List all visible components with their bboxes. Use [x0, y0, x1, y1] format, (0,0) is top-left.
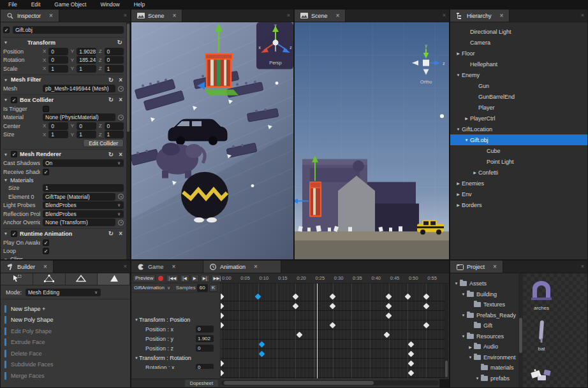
- hierarchy-item-borders[interactable]: ▶Borders: [450, 199, 587, 210]
- element0-field[interactable]: GiftTape (Material): [43, 193, 115, 201]
- expand-arrow-icon[interactable]: ▶: [455, 181, 462, 185]
- keyframe[interactable]: [292, 293, 298, 299]
- close-icon[interactable]: ×: [172, 264, 176, 270]
- expand-arrow-icon[interactable]: ▶: [471, 170, 478, 175]
- position-y-field[interactable]: 1.90281: [77, 48, 96, 55]
- hierarchy-item-gunbarrelend[interactable]: GunBarrelEnd: [450, 91, 587, 102]
- center-z-field[interactable]: 0: [105, 122, 124, 130]
- hierarchy-item-playerctrl[interactable]: ▶PlayerCtrl: [450, 113, 587, 124]
- scale-y-field[interactable]: 1: [77, 65, 96, 73]
- remove-component-icon[interactable]: ×: [117, 96, 124, 103]
- preview-button[interactable]: Preview: [133, 275, 156, 282]
- project-folder-materials[interactable]: materials: [450, 363, 518, 373]
- play-button[interactable]: ▶: [191, 275, 199, 282]
- keyframe[interactable]: [423, 303, 429, 309]
- close-icon[interactable]: ×: [336, 13, 340, 19]
- expand-arrow-icon[interactable]: ▶: [455, 192, 462, 196]
- builder-item-new-shape[interactable]: New Shape +: [4, 303, 130, 315]
- project-folder-prefabs[interactable]: ▼prefabs: [450, 373, 518, 384]
- remove-component-icon[interactable]: ×: [117, 230, 124, 237]
- close-icon[interactable]: ×: [43, 264, 47, 270]
- size-y-field[interactable]: 1: [77, 131, 96, 138]
- project-folder-prefabs-ready[interactable]: ▼Prefabs_Ready: [450, 310, 518, 321]
- position-x-field[interactable]: 0: [48, 48, 68, 55]
- keyframe[interactable]: [330, 322, 336, 328]
- add-keyframe-button[interactable]: K: [209, 284, 217, 292]
- orientation-gizmo-persp[interactable]: y x z Persp: [256, 22, 293, 69]
- anchor-override-field[interactable]: None (Transform): [43, 219, 115, 226]
- keyframe[interactable]: [423, 322, 429, 328]
- expand-arrow-icon[interactable]: ▼: [460, 292, 467, 296]
- keyframe[interactable]: [408, 370, 415, 376]
- keyframe[interactable]: [408, 350, 415, 357]
- vertex-select-tool[interactable]: [33, 273, 66, 285]
- menu-item-edit[interactable]: Edit: [24, 0, 48, 9]
- track-value-field[interactable]: 0: [196, 364, 214, 369]
- foldout-arrow-icon[interactable]: ▼: [3, 178, 8, 182]
- reset-icon[interactable]: ↻: [107, 151, 115, 158]
- expand-arrow-icon[interactable]: ▼: [467, 356, 474, 359]
- view-mode-label[interactable]: Persp: [269, 60, 282, 66]
- track-value-field[interactable]: 0: [196, 326, 214, 333]
- menu-item-file[interactable]: File: [1, 0, 24, 9]
- next-frame-button[interactable]: ▶|: [200, 275, 210, 282]
- keyframe[interactable]: [408, 360, 415, 366]
- hierarchy-item-enemy[interactable]: ▼Enemy: [450, 69, 587, 80]
- expand-arrow-icon[interactable]: ▶: [463, 116, 470, 120]
- size-x-field[interactable]: 1: [48, 131, 68, 138]
- scene-viewport-ortho[interactable]: y z Ortho: [295, 22, 449, 259]
- keyframe[interactable]: [330, 303, 336, 309]
- component-enabled-checkbox[interactable]: ✓: [11, 231, 17, 237]
- mode-dropdown[interactable]: Mesh Editing∨: [26, 289, 101, 296]
- foldout-arrow-icon[interactable]: ▼: [3, 257, 8, 260]
- menu-item-window[interactable]: Window: [93, 0, 126, 9]
- record-button[interactable]: [158, 276, 163, 281]
- close-icon[interactable]: ×: [254, 264, 258, 270]
- keyframe[interactable]: [221, 370, 224, 376]
- dock-menu-icon[interactable]: ×: [124, 12, 127, 18]
- inspector-scrollbar[interactable]: [126, 22, 130, 259]
- foldout-arrow-icon[interactable]: ▼: [134, 318, 139, 322]
- rotation-y-field[interactable]: 185.241: [77, 56, 96, 64]
- scene-viewport-persp[interactable]: y x z Persp: [131, 22, 293, 259]
- timeline-vscrollbar[interactable]: [445, 284, 448, 378]
- project-folder-building[interactable]: ▼Building: [450, 289, 518, 300]
- foldout-arrow-icon[interactable]: ▼: [3, 152, 8, 157]
- tab-inspector[interactable]: Inspector ×: [1, 10, 59, 22]
- expand-arrow-icon[interactable]: ▼: [455, 127, 462, 131]
- tab-animation[interactable]: Animation ×: [203, 261, 281, 273]
- hierarchy-item-gift-obj[interactable]: ▼Gift.obj: [450, 134, 587, 145]
- hierarchy-item-confetti[interactable]: ▶Confetti: [450, 167, 587, 178]
- menu-item-help[interactable]: Help: [127, 0, 152, 9]
- builder-item-new-poly-shape[interactable]: New Poly Shape: [4, 315, 130, 326]
- hierarchy-item-player[interactable]: Player: [450, 102, 587, 113]
- keyframe[interactable]: [296, 331, 302, 338]
- project-folder-textures[interactable]: Textures: [450, 299, 518, 310]
- hierarchy-item-enemies[interactable]: ▶Enemies: [450, 178, 587, 189]
- rotation-z-field[interactable]: 0: [105, 56, 124, 64]
- physic-material-field[interactable]: None (PhysicMaterial): [43, 113, 115, 121]
- dock-menu-icon[interactable]: ×: [124, 263, 127, 269]
- project-folder-resources[interactable]: ▼Resources: [450, 331, 518, 342]
- track-value-field[interactable]: 0: [196, 345, 214, 352]
- hierarchy-item-cube[interactable]: Cube: [450, 145, 587, 156]
- menu-item-game-object[interactable]: Game Object: [47, 0, 93, 9]
- expand-arrow-icon[interactable]: ▼: [460, 334, 467, 338]
- rotation-x-field[interactable]: 0: [48, 56, 68, 64]
- mesh-renderer-section-header[interactable]: ▼ ✓ Mesh Renderer ↻ ×: [3, 149, 124, 159]
- expand-arrow-icon[interactable]: ▼: [463, 138, 470, 142]
- dopesheet-button[interactable]: Dopesheet: [185, 380, 218, 387]
- runtime-animation-section-header[interactable]: ▼ ✓ Runtime Animation ↻ ×: [3, 228, 124, 238]
- track-value-field[interactable]: 1.902: [196, 335, 214, 342]
- keyframe[interactable]: [221, 293, 224, 299]
- tab-hierarchy[interactable]: Hierarchy ×: [450, 10, 510, 22]
- tab-project[interactable]: Project ×: [450, 261, 503, 273]
- reset-icon[interactable]: ↻: [107, 230, 115, 237]
- hierarchy-item-point-light[interactable]: Point Light: [450, 156, 587, 167]
- tab-builder[interactable]: Builder ×: [1, 261, 54, 273]
- timeline-ruler[interactable]: 0:000:050:100:150:200:250:300:350:400:45…: [221, 273, 449, 284]
- cast-shadows-dropdown[interactable]: On∨: [43, 159, 124, 167]
- scale-z-field[interactable]: 1: [105, 65, 124, 73]
- keyframe[interactable]: [384, 331, 390, 338]
- keyframe[interactable]: [221, 360, 224, 366]
